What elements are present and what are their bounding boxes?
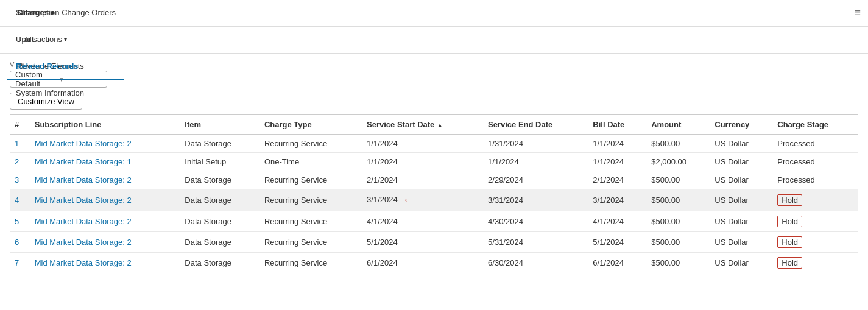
row-service-end-date: 1/1/2024 bbox=[483, 153, 588, 171]
row-bill-date: 3/1/2024 bbox=[588, 189, 646, 211]
row-item: Data Storage bbox=[180, 232, 259, 253]
row-subscription-line[interactable]: Mid Market Data Storage: 2 bbox=[30, 232, 180, 253]
row-amount: $500.00 bbox=[646, 135, 710, 153]
service-start-date-value: 4/1/2024 bbox=[367, 217, 398, 226]
row-charge-type: Recurring Service bbox=[259, 135, 362, 153]
grid-icon[interactable]: ≡ bbox=[854, 7, 861, 19]
row-item: Data Storage bbox=[180, 171, 259, 189]
col-header-item: Item bbox=[180, 115, 259, 135]
red-left-arrow-icon: ← bbox=[403, 194, 414, 206]
table-body: 1Mid Market Data Storage: 2Data StorageR… bbox=[10, 135, 858, 273]
row-item: Data Storage bbox=[180, 135, 259, 153]
row-charge-stage: Hold bbox=[772, 211, 858, 232]
row-service-end-date: 4/30/2024 bbox=[483, 211, 588, 232]
col-header-subscription-line: Subscription Line bbox=[30, 115, 180, 135]
table-container: #Subscription LineItemCharge TypeService… bbox=[0, 114, 868, 273]
row-currency: US Dollar bbox=[710, 211, 772, 232]
col-header-num: # bbox=[10, 115, 30, 135]
row-subscription-line[interactable]: Mid Market Data Storage: 2 bbox=[30, 135, 180, 153]
row-item: Initial Setup bbox=[180, 153, 259, 171]
row-num[interactable]: 7 bbox=[10, 253, 30, 273]
row-service-end-date: 6/30/2024 bbox=[483, 253, 588, 273]
col-label: Item bbox=[185, 120, 201, 129]
row-charge-stage: Processed bbox=[772, 171, 858, 189]
charges-table: #Subscription LineItemCharge TypeService… bbox=[10, 114, 858, 273]
top-nav: LinesPricingRenewalSubscription Change O… bbox=[0, 0, 868, 27]
service-start-date-value: 2/1/2024 bbox=[367, 175, 398, 185]
row-charge-stage: Processed bbox=[772, 153, 858, 171]
table-row: 7Mid Market Data Storage: 2Data StorageR… bbox=[10, 253, 858, 273]
row-subscription-line[interactable]: Mid Market Data Storage: 2 bbox=[30, 211, 180, 232]
row-subscription-line[interactable]: Mid Market Data Storage: 1 bbox=[30, 153, 180, 171]
row-bill-date: 1/1/2024 bbox=[588, 135, 646, 153]
top-nav-tab-subscription-change-orders[interactable]: Subscription Change Orders bbox=[7, 0, 124, 27]
row-subscription-line[interactable]: Mid Market Data Storage: 2 bbox=[30, 189, 180, 211]
top-nav-right: ≡ bbox=[854, 7, 861, 19]
row-charge-type: Recurring Service bbox=[259, 189, 362, 211]
row-num[interactable]: 4 bbox=[10, 189, 30, 211]
row-bill-date: 2/1/2024 bbox=[588, 171, 646, 189]
row-amount: $500.00 bbox=[646, 211, 710, 232]
row-charge-type: Recurring Service bbox=[259, 211, 362, 232]
row-currency: US Dollar bbox=[710, 171, 772, 189]
row-service-end-date: 3/31/2024 bbox=[483, 189, 588, 211]
row-item: Data Storage bbox=[180, 253, 259, 273]
row-charge-type: Recurring Service bbox=[259, 232, 362, 253]
row-service-end-date: 2/29/2024 bbox=[483, 171, 588, 189]
service-start-date-value: 6/1/2024 bbox=[367, 258, 398, 267]
table-row: 1Mid Market Data Storage: 2Data StorageR… bbox=[10, 135, 858, 153]
row-amount: $500.00 bbox=[646, 232, 710, 253]
row-item: Data Storage bbox=[180, 211, 259, 232]
row-charge-stage: Processed bbox=[772, 135, 858, 153]
view-label: View bbox=[10, 61, 858, 68]
col-header-service-end-date: Service End Date bbox=[483, 115, 588, 135]
row-num[interactable]: 5 bbox=[10, 211, 30, 232]
col-header-amount: Amount bbox=[646, 115, 710, 135]
row-currency: US Dollar bbox=[710, 189, 772, 211]
row-num[interactable]: 6 bbox=[10, 232, 30, 253]
row-service-start-date: 1/1/2024 bbox=[362, 153, 483, 171]
col-header-currency: Currency bbox=[710, 115, 772, 135]
row-currency: US Dollar bbox=[710, 253, 772, 273]
row-service-start-date: 5/1/2024 bbox=[362, 232, 483, 253]
col-header-service-start-date[interactable]: Service Start Date▲ bbox=[362, 115, 483, 135]
sub-tabs: ChargesTransactions▾Revenue Elements bbox=[0, 27, 868, 54]
top-nav-tab-related-records[interactable]: Related Records bbox=[7, 54, 124, 80]
col-label: # bbox=[15, 120, 19, 129]
row-currency: US Dollar bbox=[710, 135, 772, 153]
col-label: Bill Date bbox=[593, 120, 624, 129]
top-tabs: LinesPricingRenewalSubscription Change O… bbox=[7, 0, 124, 107]
top-nav-tab-uplift[interactable]: Uplift bbox=[7, 27, 124, 54]
row-charge-stage: Hold bbox=[772, 232, 858, 253]
sort-arrow-icon: ▲ bbox=[437, 122, 443, 129]
row-num[interactable]: 2 bbox=[10, 153, 30, 171]
col-header-charge-type: Charge Type bbox=[259, 115, 362, 135]
row-service-start-date: 3/1/2024← bbox=[362, 189, 483, 211]
row-service-end-date: 1/31/2024 bbox=[483, 135, 588, 153]
row-service-start-date: 4/1/2024 bbox=[362, 211, 483, 232]
row-num[interactable]: 1 bbox=[10, 135, 30, 153]
table-row: 3Mid Market Data Storage: 2Data StorageR… bbox=[10, 171, 858, 189]
row-service-start-date: 6/1/2024 bbox=[362, 253, 483, 273]
hold-badge: Hold bbox=[777, 216, 802, 227]
table-header: #Subscription LineItemCharge TypeService… bbox=[10, 115, 858, 135]
row-service-start-date: 1/1/2024 bbox=[362, 135, 483, 153]
row-currency: US Dollar bbox=[710, 232, 772, 253]
row-amount: $500.00 bbox=[646, 253, 710, 273]
service-start-date-value: 1/1/2024 bbox=[367, 157, 398, 166]
service-start-date-value: 3/1/2024 bbox=[367, 195, 398, 204]
col-label: Charge Type bbox=[264, 120, 312, 129]
col-header-bill-date: Bill Date bbox=[588, 115, 646, 135]
col-header-charge-stage: Charge Stage bbox=[772, 115, 858, 135]
row-charge-stage: Hold bbox=[772, 253, 858, 273]
row-bill-date: 5/1/2024 bbox=[588, 232, 646, 253]
row-num[interactable]: 3 bbox=[10, 171, 30, 189]
row-charge-type: Recurring Service bbox=[259, 253, 362, 273]
service-start-date-value: 1/1/2024 bbox=[367, 139, 398, 148]
table-row: 6Mid Market Data Storage: 2Data StorageR… bbox=[10, 232, 858, 253]
service-start-date-value: 5/1/2024 bbox=[367, 238, 398, 247]
hold-badge: Hold bbox=[777, 194, 802, 206]
row-subscription-line[interactable]: Mid Market Data Storage: 2 bbox=[30, 253, 180, 273]
row-subscription-line[interactable]: Mid Market Data Storage: 2 bbox=[30, 171, 180, 189]
top-nav-tab-system-information[interactable]: System Information bbox=[7, 80, 124, 107]
